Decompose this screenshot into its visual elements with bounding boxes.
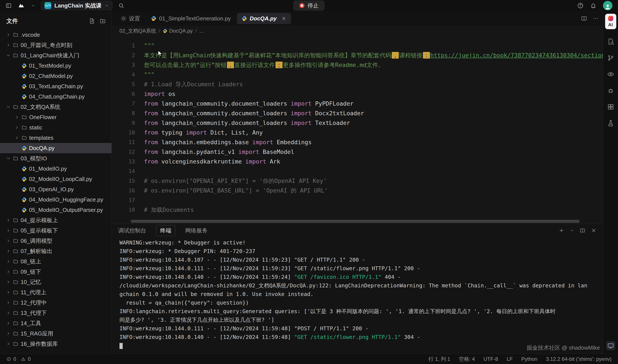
new-file-icon[interactable]	[89, 18, 95, 24]
status-item-0[interactable]: 行 1, 列 1	[428, 356, 450, 363]
tree-item-11[interactable]: DocQA.py	[0, 143, 111, 153]
tree-item-14[interactable]: 02_ModelIO_LoopCall.py	[0, 174, 111, 184]
search-icon[interactable]	[118, 2, 124, 9]
close-tab-icon[interactable]	[281, 16, 286, 21]
tree-item-21[interactable]: 07_解析输出	[0, 246, 111, 256]
editor-tab-2[interactable]: DocQA.py	[237, 13, 291, 24]
app-logo-icon[interactable]	[17, 2, 25, 9]
tree-item-label: 05_ModelIO_OutputParser.py	[29, 207, 103, 213]
remote-monitor-icon[interactable]	[606, 341, 615, 350]
more-actions-icon[interactable]	[593, 15, 599, 22]
source-control-icon[interactable]	[607, 54, 614, 62]
code-line-content: # 1.Load 导入Document Loaders	[144, 80, 603, 88]
status-item-3[interactable]: LF	[507, 356, 513, 362]
panel-tab-0[interactable]: 调试控制台	[118, 227, 146, 234]
tree-item-label: 04_ModelIO_HuggingFace.py	[29, 196, 103, 203]
code-line: 1"""	[112, 41, 603, 51]
tree-item-2[interactable]: 01_LangChain快速入门	[0, 50, 111, 61]
editor-tab-0[interactable]: 设置	[116, 13, 145, 24]
problems-indicator[interactable]: 0 0	[6, 356, 31, 362]
tree-item-30[interactable]: 16_操作数据库	[0, 339, 111, 349]
debug-icon[interactable]	[607, 87, 614, 94]
line-number: 7	[112, 101, 144, 107]
sidebar-toggle-icon[interactable]	[6, 2, 12, 9]
tree-item-4[interactable]: 02_ChatModel.py	[0, 71, 111, 81]
stop-button[interactable]: 停止	[293, 1, 325, 11]
tree-item-9[interactable]: static	[0, 122, 111, 133]
close-panel-icon[interactable]	[591, 228, 596, 233]
tree-item-20[interactable]: 06_调用模型	[0, 236, 111, 246]
panel-tab-1[interactable]: 终端	[156, 225, 175, 236]
tree-item-3[interactable]: 01_TextModel.py	[0, 61, 111, 71]
line-number: 18	[112, 207, 144, 213]
warnings-icon	[21, 357, 26, 362]
tree-item-18[interactable]: 04_提示模板上	[0, 215, 111, 225]
tree-item-0[interactable]: .vscode	[0, 30, 111, 40]
terminal-profile-chevron-icon[interactable]	[570, 228, 574, 233]
eye-icon[interactable]	[607, 71, 614, 78]
editor-tab-1[interactable]: 01_SimpleTextGeneration.py	[146, 13, 235, 24]
tree-item-label: 01_LangChain快速入门	[21, 52, 79, 59]
ai-assistant-badge[interactable]: AI	[605, 14, 616, 29]
app-window: </> LangChain 实战课 停止 文件 .vscode00_开篇词_奇点…	[0, 0, 618, 364]
python-icon	[163, 28, 167, 33]
user-avatar[interactable]	[603, 1, 612, 10]
tree-item-15[interactable]: 03_OpenAI_IO.py	[0, 184, 111, 195]
breadcrumb-item-2[interactable]: ...	[199, 28, 204, 34]
notifications-icon[interactable]	[590, 2, 596, 9]
new-terminal-icon[interactable]	[559, 228, 564, 233]
tree-item-16[interactable]: 04_ModelIO_HuggingFace.py	[0, 195, 111, 205]
breadcrumb-item-1[interactable]: DocQA.py	[163, 28, 192, 34]
breadcrumb-item-0[interactable]: 02_文档QA系统	[120, 27, 156, 34]
file-search-icon[interactable]	[607, 38, 614, 45]
split-editor-icon[interactable]	[581, 15, 587, 22]
chevron-right-icon	[6, 32, 11, 37]
tree-item-label: 03_TextLangChain.py	[29, 83, 83, 90]
code-line: 9from langchain_community.document_loade…	[112, 118, 603, 128]
new-folder-icon[interactable]	[99, 18, 106, 24]
tree-item-12[interactable]: 03_模型IO	[0, 153, 111, 164]
tree-item-27[interactable]: 13_代理下	[0, 308, 111, 318]
tree-item-10[interactable]: templates	[0, 133, 111, 143]
tree-item-29[interactable]: 15_RAG应用	[0, 328, 111, 339]
editor-tabbar: 设置01_SimpleTextGeneration.pyDocQA.py	[112, 11, 603, 26]
tree-item-19[interactable]: 05_提示模板下	[0, 225, 111, 236]
status-item-1[interactable]: 空格: 4	[459, 356, 475, 363]
help-icon[interactable]	[577, 2, 584, 9]
editor-tab-actions	[581, 15, 599, 22]
test-flask-icon[interactable]	[607, 119, 614, 127]
logo-chevron-icon[interactable]	[31, 3, 35, 8]
split-terminal-icon[interactable]	[580, 228, 585, 233]
workspace-switcher[interactable]: </> LangChain 实战课	[41, 1, 113, 10]
status-item-2[interactable]: UTF-8	[483, 356, 498, 362]
tree-item-8[interactable]: OneFlower	[0, 112, 111, 122]
python-icon	[242, 16, 247, 21]
terminal-output[interactable]: WARNING:werkzeug: * Debugger is active!I…	[112, 237, 603, 354]
tree-item-24[interactable]: 10_记忆	[0, 277, 111, 287]
file-explorer-sidebar: 文件 .vscode00_开篇词_奇点时刻01_LangChain快速入门01_…	[0, 11, 112, 354]
extensions-icon[interactable]	[607, 103, 614, 111]
terminal-line: INFO:werkzeug:10.148.0.140 - - [12/Nov/2…	[120, 273, 599, 281]
status-item-5[interactable]: 3.12.2 64-bit ('shims': pyenv)	[546, 356, 612, 362]
tree-item-28[interactable]: 14_工具	[0, 318, 111, 328]
tree-item-6[interactable]: 04_ChatLongChain.py	[0, 91, 111, 102]
tree-item-23[interactable]: 09_链下	[0, 267, 111, 277]
code-editor[interactable]: 1"""2本文件是【用LangChain快速构建基于“易速鲜花”本地知识库的智能…	[112, 36, 603, 224]
horizontal-scrollbar[interactable]	[131, 220, 579, 223]
python-file-icon	[22, 197, 27, 202]
chevron-down-icon	[6, 156, 11, 161]
tree-item-7[interactable]: 02_文档QA系统	[0, 102, 111, 112]
folder-icon	[13, 248, 18, 254]
tree-item-26[interactable]: 12_代理中	[0, 298, 111, 308]
tree-item-13[interactable]: 01_ModelIO.py	[0, 164, 111, 174]
tree-item-5[interactable]: 03_TextLangChain.py	[0, 81, 111, 91]
chevron-right-icon	[6, 249, 11, 253]
chevron-right-icon	[6, 228, 11, 233]
tree-item-1[interactable]: 00_开篇词_奇点时刻	[0, 40, 111, 50]
tree-item-22[interactable]: 08_链上	[0, 256, 111, 267]
tree-item-25[interactable]: 11_代理上	[0, 287, 111, 298]
status-item-4[interactable]: Python	[521, 356, 537, 362]
tree-item-17[interactable]: 05_ModelIO_OutputParser.py	[0, 205, 111, 215]
panel-tab-2[interactable]: 网络服务	[185, 227, 207, 234]
line-number: 16	[112, 187, 144, 194]
